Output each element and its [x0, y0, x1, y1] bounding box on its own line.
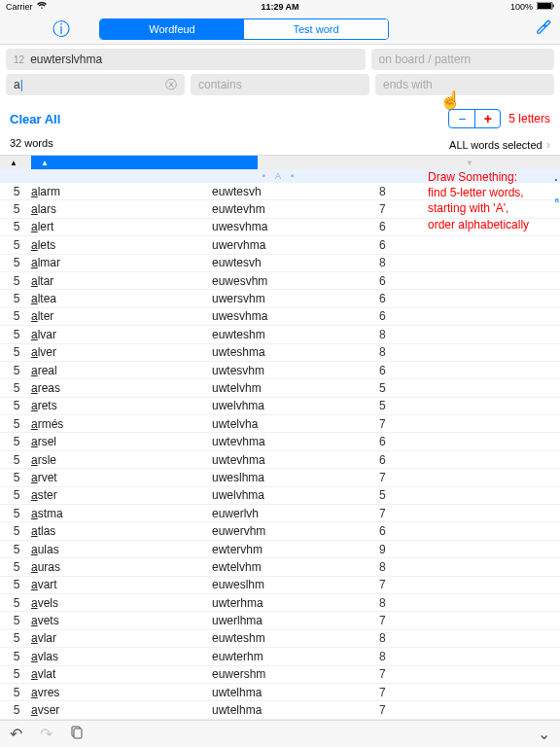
cell-word: avlas: [29, 650, 212, 663]
cell-score: 6: [379, 238, 416, 252]
table-row[interactable]: 5arseluwtevhma6: [0, 433, 560, 450]
cell-length: 5: [4, 274, 29, 288]
sort-col-length[interactable]: ▲: [0, 156, 31, 169]
alphabet-index[interactable]: • a: [555, 175, 559, 204]
stepper-plus[interactable]: +: [474, 110, 500, 127]
letters-value: euwterslvhma: [30, 53, 102, 66]
cell-remaining: euwtesvh: [212, 185, 379, 198]
cell-length: 5: [4, 507, 29, 520]
copy-icon[interactable]: [70, 726, 84, 743]
sort-col-remaining[interactable]: [258, 156, 456, 169]
pattern-input[interactable]: on board / pattern: [371, 49, 554, 70]
cell-word: avels: [29, 596, 212, 610]
tab-wordfeud[interactable]: Wordfeud: [100, 19, 244, 39]
table-row[interactable]: 5asteruwelvhma5: [0, 487, 560, 505]
cell-length: 5: [4, 631, 29, 645]
collapse-icon[interactable]: ⌄: [538, 725, 550, 743]
cell-word: avets: [29, 614, 212, 627]
cell-length: 5: [4, 435, 29, 448]
table-row[interactable]: 5aletsuwervhma6: [0, 236, 560, 254]
clear-all-button[interactable]: Clear All: [10, 112, 60, 126]
undo-icon[interactable]: ↶: [10, 725, 22, 743]
table-row[interactable]: 5almareuwtesvh8: [0, 255, 560, 272]
table-row[interactable]: 5armésuwtelvha7: [0, 415, 560, 433]
table-row[interactable]: 5avresuwtelhma7: [0, 684, 560, 701]
table-row[interactable]: 5avelsuwterhma8: [0, 594, 560, 612]
table-row[interactable]: 5alteauwersvhm6: [0, 290, 560, 307]
cell-length: 5: [4, 202, 29, 216]
index-dot: •: [555, 175, 559, 184]
table-row[interactable]: 5areasuwtelvhm5: [0, 379, 560, 397]
cell-score: 8: [379, 256, 416, 269]
table-row[interactable]: 5avseruwtelhma7: [0, 701, 560, 719]
cell-word: alars: [29, 202, 212, 216]
cell-word: areal: [29, 364, 212, 377]
cell-length: 5: [4, 560, 29, 574]
table-row[interactable]: 5avlaseuwterhm8: [0, 648, 560, 665]
info-icon[interactable]: ⓘ: [52, 18, 70, 41]
table-row[interactable]: 5aurasewtelvhm8: [0, 558, 560, 576]
contains-input[interactable]: contains: [191, 74, 369, 95]
toolbar: ⓘ Wordfeud Test word: [0, 14, 560, 45]
cell-score: 5: [379, 381, 416, 395]
cell-length: 5: [4, 578, 29, 591]
table-row[interactable]: 5arvetuweslhma7: [0, 469, 560, 486]
table-row[interactable]: 5avlateuwershm7: [0, 666, 560, 684]
redo-icon[interactable]: ↷: [40, 725, 52, 743]
index-letter[interactable]: a: [555, 196, 559, 204]
cell-remaining: uwesvhma: [212, 309, 379, 323]
cell-length: 5: [4, 220, 29, 233]
svg-rect-1: [538, 3, 551, 9]
letters-input[interactable]: 12 euwterslvhma: [6, 49, 366, 70]
cell-remaining: euwtevhm: [212, 202, 379, 216]
cell-length: 5: [4, 345, 29, 359]
cell-score: 8: [379, 560, 416, 574]
table-row[interactable]: 5alvareuwteshm8: [0, 326, 560, 343]
cell-remaining: ewtervhm: [212, 543, 379, 556]
table-row[interactable]: 5avarteuweslhm7: [0, 577, 560, 594]
cell-remaining: uwterhma: [212, 596, 379, 610]
cell-word: armés: [29, 417, 212, 431]
cell-score: 7: [379, 417, 416, 431]
cell-remaining: euwteshm: [212, 631, 379, 645]
table-row[interactable]: 5astmaeuwerlvh7: [0, 505, 560, 522]
clear-input-icon[interactable]: ⓧ: [165, 77, 177, 93]
cell-remaining: uwesvhma: [212, 220, 379, 233]
table-row[interactable]: 5arealuwtesvhm6: [0, 362, 560, 379]
cell-length: 5: [4, 488, 29, 502]
cell-score: 6: [379, 453, 416, 467]
ends-with-input[interactable]: ends with: [375, 74, 554, 95]
table-row[interactable]: 5arsleuwtevhma6: [0, 451, 560, 469]
cell-score: 8: [379, 345, 416, 359]
tab-test-word[interactable]: Test word: [244, 19, 388, 39]
cell-remaining: uwtelvhm: [212, 381, 379, 395]
table-row[interactable]: 5aretsuwelvhma5: [0, 398, 560, 415]
cell-word: avart: [29, 578, 212, 591]
table-row[interactable]: 5alveruwteshma8: [0, 344, 560, 362]
chevron-right-icon[interactable]: ›: [546, 137, 550, 152]
sort-col-word[interactable]: ▲: [31, 156, 258, 169]
table-row[interactable]: 5alteruwesvhma6: [0, 308, 560, 326]
starts-with-input[interactable]: a| ⓧ: [6, 74, 185, 95]
table-row[interactable]: 5avlareuwteshm8: [0, 630, 560, 648]
stepper-minus[interactable]: −: [449, 110, 474, 127]
cell-length: 5: [4, 686, 29, 699]
cell-remaining: uwtelvha: [212, 417, 379, 431]
cell-length: 5: [4, 364, 29, 377]
table-row[interactable]: 5altareuwesvhm6: [0, 272, 560, 290]
bottom-toolbar: ↶ ↷ ⌄: [0, 720, 560, 747]
table-row[interactable]: 5avetsuwerlhma7: [0, 612, 560, 629]
cell-score: 6: [379, 292, 416, 305]
table-row[interactable]: 5aulasewtervhm9: [0, 541, 560, 558]
cell-length: 5: [4, 596, 29, 610]
cell-remaining: uwelvhma: [212, 399, 379, 412]
settings-icon[interactable]: [535, 18, 552, 40]
cell-word: alert: [29, 220, 212, 233]
cell-word: alarm: [29, 185, 212, 198]
table-row[interactable]: 5atlaseuwervhm6: [0, 522, 560, 540]
cell-length: 5: [4, 614, 29, 627]
pattern-placeholder: on board / pattern: [379, 53, 472, 66]
cell-length: 5: [4, 309, 29, 323]
cell-remaining: uwersvhm: [212, 292, 379, 305]
sort-col-score[interactable]: ▼: [456, 156, 560, 169]
